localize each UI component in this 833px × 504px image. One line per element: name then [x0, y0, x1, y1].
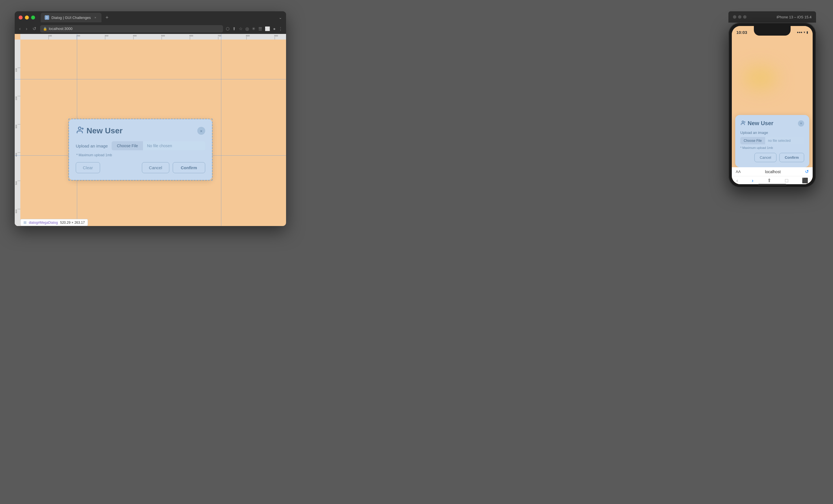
svg-text:100: 100	[48, 34, 52, 37]
iphone-tl-3	[743, 15, 746, 19]
reload-button[interactable]: ↺	[31, 25, 37, 32]
dialog-overlay: New User × Upload an image Choose File N…	[68, 119, 213, 180]
browser-tab[interactable]: D Dialog | GUI Challenges ×	[41, 13, 101, 22]
iphone-dialog-title: New User	[747, 120, 774, 127]
iphone-tl-1	[733, 15, 736, 19]
cancel-button[interactable]: Cancel	[142, 162, 169, 173]
dialog-body: Upload an image Choose File No file chos…	[76, 141, 205, 157]
iphone-upload-label: Upload an image	[740, 130, 804, 135]
iphone-blur-element	[743, 67, 777, 89]
selector-text: dialog#MegaDialog	[29, 221, 58, 225]
toolbar-icons: ⬡ ⬆ ☆ ◎ ✳ ☰ ⬜ ● ⋮	[226, 26, 283, 31]
upload-label: Upload an image	[76, 144, 108, 148]
iphone-title-text: iPhone 13 – iOS 15.4	[777, 15, 811, 19]
iphone-no-file-text: no file selected	[765, 137, 793, 144]
browser-infobar: ⊞ dialog#MegaDialog 520.29 × 263.17	[20, 219, 88, 226]
iphone-frame: 10:03 ●●● ▾ ▮	[729, 23, 816, 187]
svg-text:400: 400	[133, 34, 137, 37]
svg-point-32	[78, 127, 81, 130]
external-link-icon[interactable]: ⬡	[226, 26, 230, 31]
svg-text:300: 300	[104, 34, 109, 37]
list-icon[interactable]: ☰	[258, 26, 262, 31]
iphone-titlebar: iPhone 13 – iOS 15.4	[729, 11, 816, 23]
svg-text:500: 500	[15, 181, 18, 185]
iphone-choose-file-button[interactable]: Choose File	[740, 137, 765, 144]
upload-row: Upload an image Choose File No file chos…	[76, 141, 205, 150]
tab-expand-icon[interactable]: ⌄	[279, 15, 282, 20]
window-icon[interactable]: ⬜	[265, 26, 270, 31]
svg-text:200: 200	[76, 34, 80, 37]
iphone-back-button[interactable]: ‹	[736, 178, 738, 184]
svg-text:900: 900	[274, 34, 278, 37]
tab-close-button[interactable]: ×	[93, 15, 97, 20]
confirm-button[interactable]: Confirm	[173, 162, 206, 173]
svg-point-35	[742, 121, 744, 123]
user-add-icon	[76, 126, 84, 135]
svg-text:700: 700	[218, 34, 222, 37]
iphone-file-input-group: Choose File no file selected	[740, 137, 804, 144]
iphone-dialog-footer: Cancel Confirm	[740, 153, 804, 162]
iphone-bookmarks-button[interactable]: □	[785, 178, 788, 184]
iphone-status-icons: ●●● ▾ ▮	[797, 30, 808, 34]
url-text: localhost:3000	[49, 27, 73, 31]
tab-add-button[interactable]: +	[105, 15, 109, 21]
max-upload-note: * Maximum upload 1mb	[76, 153, 205, 157]
bookmark-icon[interactable]: ☆	[239, 26, 242, 31]
iphone-dialog-close-button[interactable]: ×	[798, 120, 804, 127]
iphone-time: 10:03	[736, 30, 747, 35]
choose-file-button[interactable]: Choose File	[112, 141, 143, 150]
svg-text:600: 600	[189, 34, 193, 37]
share-icon[interactable]: ⬆	[232, 26, 236, 31]
iphone-traffic-lights	[733, 15, 746, 19]
back-button[interactable]: ‹	[18, 26, 22, 32]
traffic-light-red[interactable]	[19, 16, 23, 20]
iphone-screen: 10:03 ●●● ▾ ▮	[732, 26, 813, 184]
tab-title: Dialog | GUI Challenges	[51, 16, 91, 20]
guide-vertical-right	[221, 34, 221, 226]
svg-text:400: 400	[15, 153, 18, 157]
iphone-nav-row: ‹ › ⬆ □ ⬛	[732, 176, 813, 184]
iphone-dialog-header: New User ×	[740, 120, 804, 127]
iphone-share-button[interactable]: ⬆	[767, 177, 771, 184]
forward-button[interactable]: ›	[25, 26, 28, 32]
browser-titlebar: D Dialog | GUI Challenges × + ⌄	[15, 11, 286, 24]
iphone-forward-button[interactable]: ›	[752, 178, 754, 184]
iphone-aa-button[interactable]: AA	[736, 170, 741, 174]
iphone-tabs-button[interactable]: ⬛	[802, 177, 808, 184]
shield-icon[interactable]: ◎	[245, 26, 249, 31]
dialog-title: New User	[87, 126, 123, 135]
iphone-cancel-button[interactable]: Cancel	[755, 153, 777, 162]
svg-rect-19	[15, 40, 20, 226]
selector-icon: ⊞	[23, 220, 27, 225]
traffic-light-green[interactable]	[31, 16, 35, 20]
dialog-box: New User × Upload an image Choose File N…	[69, 119, 212, 180]
iphone-container: iPhone 13 – iOS 15.4 10:03 ●●● ▾ ▮	[729, 11, 816, 215]
iphone-dialog-title-group: New User	[740, 120, 774, 127]
puzzle-icon[interactable]: ✳	[252, 26, 256, 31]
browser-window: D Dialog | GUI Challenges × + ⌄ ‹ › ↺ 🔒 …	[15, 11, 286, 226]
tab-favicon: D	[45, 15, 49, 20]
ruler-horizontal: 100 200 300 400 500 600 700 800 900	[20, 34, 286, 40]
address-bar[interactable]: 🔒 localhost:3000	[40, 25, 223, 32]
iphone-home-indicator	[758, 184, 786, 185]
dialog-title-group: New User	[76, 126, 123, 135]
iphone-tl-2	[738, 15, 741, 19]
svg-text:600: 600	[15, 209, 18, 213]
traffic-light-yellow[interactable]	[25, 16, 29, 20]
dialog-footer: Clear Cancel Confirm	[76, 162, 205, 173]
iphone-signal-icon: ●●●	[797, 30, 803, 34]
iphone-confirm-button[interactable]: Confirm	[779, 153, 804, 162]
file-input-group: Choose File No file chosen	[112, 141, 205, 150]
traffic-lights	[19, 16, 35, 20]
clear-button[interactable]: Clear	[76, 162, 100, 173]
svg-text:100: 100	[15, 68, 18, 72]
cast-icon[interactable]: ●	[273, 26, 276, 31]
svg-text:300: 300	[15, 125, 18, 129]
no-file-text: No file chosen	[143, 141, 205, 150]
iphone-reload-button[interactable]: ↺	[805, 169, 809, 174]
dialog-close-button[interactable]: ×	[197, 127, 205, 135]
iphone-notch	[754, 26, 791, 35]
browser-addressbar: ‹ › ↺ 🔒 localhost:3000 ⬡ ⬆ ☆ ◎ ✳ ☰ ⬜ ● ⋮	[15, 24, 286, 34]
iphone-battery-icon: ▮	[806, 30, 808, 34]
more-icon[interactable]: ⋮	[279, 26, 283, 31]
